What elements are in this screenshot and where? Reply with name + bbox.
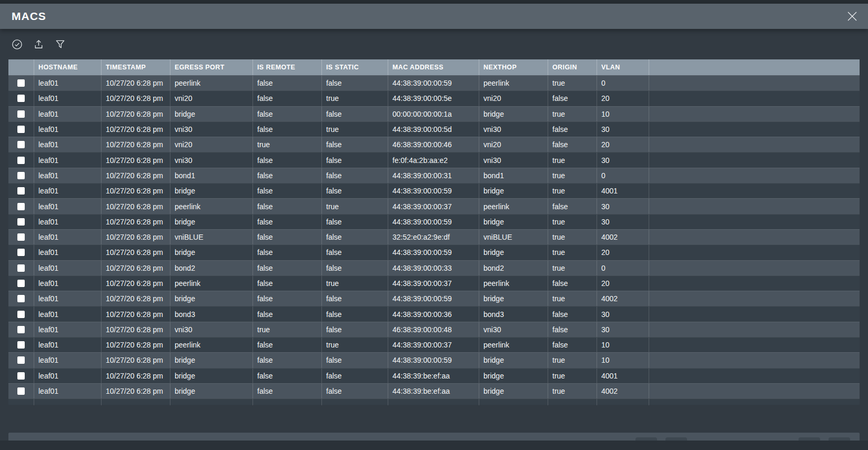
row-checkbox[interactable]	[17, 249, 25, 256]
table-row[interactable]: leaf01 10/27/20 6:28 pm vniBLUE false fa…	[8, 229, 860, 244]
cell-hostname: leaf01	[34, 122, 101, 137]
filter-button[interactable]	[52, 36, 68, 53]
table-row[interactable]: leaf01 10/27/20 6:28 pm bond3 false fals…	[8, 306, 860, 321]
cell-is-remote: false	[253, 384, 321, 398]
table-row[interactable]: leaf01 10/27/20 6:28 pm vni30 true false…	[8, 322, 860, 337]
row-checkbox[interactable]	[17, 141, 25, 148]
cell-timestamp: 10/27/20 6:28 pm	[101, 291, 170, 306]
row-checkbox[interactable]	[17, 387, 25, 395]
cell-nexthop: bond2	[479, 261, 548, 275]
cell-is-static: false	[321, 152, 388, 167]
table-row[interactable]: leaf01 10/27/20 6:28 pm bridge false fal…	[8, 368, 860, 383]
row-checkbox[interactable]	[17, 326, 25, 333]
row-checkbox-cell	[8, 261, 34, 275]
cell-hostname: leaf01	[34, 276, 101, 291]
cell-vlan: 20	[597, 276, 649, 291]
row-checkbox-cell	[8, 199, 34, 213]
column-header-is-remote[interactable]: IS REMOTE	[253, 59, 321, 75]
cell-vlan: 30	[597, 322, 649, 337]
row-checkbox[interactable]	[17, 264, 25, 272]
cell-hostname: leaf01	[34, 245, 101, 260]
column-header-vlan[interactable]: VLAN	[597, 59, 649, 75]
row-checkbox[interactable]	[17, 341, 25, 349]
row-checkbox[interactable]	[17, 203, 25, 210]
table-row[interactable]: leaf01 10/27/20 6:28 pm bond2 false fals…	[8, 260, 860, 275]
cell-filler	[649, 76, 860, 90]
cell-mac-address: 44:38:39:00:00:5e	[388, 91, 479, 106]
cell-nexthop: vni20	[479, 137, 548, 152]
table-row[interactable]: leaf01 10/27/20 6:28 pm peerlink false f…	[8, 75, 860, 90]
table-row[interactable]: leaf01 10/27/20 6:28 pm bridge false fal…	[8, 383, 860, 398]
cell-hostname: leaf01	[34, 214, 101, 229]
table-row[interactable]: leaf01 10/27/20 6:28 pm bridge false fal…	[8, 291, 860, 306]
row-checkbox-cell	[8, 291, 34, 306]
table-row[interactable]: leaf01 10/27/20 6:28 pm vni30 false fals…	[8, 152, 860, 167]
column-header-filler	[649, 59, 860, 75]
cell-is-remote: false	[253, 245, 321, 260]
column-header-timestamp[interactable]: TIMESTAMP	[101, 59, 170, 75]
table-row[interactable]: leaf01 10/27/20 6:28 pm peerlink false t…	[8, 337, 860, 352]
column-header-is-static[interactable]: IS STATIC	[321, 59, 388, 75]
table-row[interactable]: leaf01 10/27/20 6:28 pm bridge false fal…	[8, 183, 860, 198]
close-button[interactable]	[844, 8, 861, 25]
column-header-mac-address[interactable]: MAC ADDRESS	[388, 59, 479, 75]
cell-mac-address: 44:38:39:00:00:33	[388, 261, 479, 275]
cell-hostname: leaf01	[34, 91, 101, 106]
cell-egress-port: bridge	[170, 369, 253, 383]
table-row[interactable]: leaf01 10/27/20 6:28 pm bridge false fal…	[8, 214, 860, 229]
table-row[interactable]: leaf01 10/27/20 6:28 pm bond1 false fals…	[8, 168, 860, 183]
row-checkbox[interactable]	[17, 218, 25, 226]
column-header-hostname[interactable]: HOSTNAME	[34, 59, 101, 75]
row-checkbox[interactable]	[17, 233, 25, 241]
cell-vlan: 10	[597, 107, 649, 121]
row-checkbox[interactable]	[17, 311, 25, 318]
window-top-edge	[0, 0, 868, 4]
table-row[interactable]: leaf01 10/27/20 6:28 pm vni30 false true…	[8, 121, 860, 137]
cell-hostname: leaf01	[34, 152, 101, 167]
cell-filler	[649, 122, 860, 137]
row-checkbox[interactable]	[17, 172, 25, 179]
cell-origin: true	[548, 384, 597, 398]
cell-vlan: 30	[597, 122, 649, 137]
cell-mac-address: 44:38:39:00:00:59	[388, 76, 479, 90]
table-row[interactable]: leaf01 10/27/20 6:28 pm peerlink false t…	[8, 275, 860, 291]
cell-nexthop: bridge	[479, 369, 548, 383]
row-checkbox[interactable]	[17, 95, 25, 102]
cell-filler	[649, 291, 860, 306]
cell-timestamp: 10/27/20 6:28 pm	[101, 152, 170, 167]
cell-hostname: leaf01	[34, 306, 101, 321]
export-button[interactable]	[31, 36, 47, 53]
cell-filler	[649, 107, 860, 121]
row-checkbox[interactable]	[17, 157, 25, 164]
column-header-nexthop[interactable]: NEXTHOP	[479, 59, 548, 75]
select-rows-button[interactable]	[9, 36, 25, 53]
column-header-origin[interactable]: ORIGIN	[548, 59, 597, 75]
row-checkbox[interactable]	[17, 356, 25, 364]
column-header-egress-port[interactable]: EGRESS PORT	[170, 59, 253, 75]
table-row[interactable]: leaf01 10/27/20 6:28 pm vni20 true false…	[8, 137, 860, 152]
row-checkbox[interactable]	[17, 187, 25, 195]
cell-hostname: leaf01	[34, 261, 101, 275]
row-checkbox[interactable]	[17, 280, 25, 287]
cell-is-remote: false	[253, 122, 321, 137]
cell-filler	[649, 168, 860, 183]
cell-filler	[649, 152, 860, 167]
table-row[interactable]: leaf01 10/27/20 6:28 pm bridge false fal…	[8, 244, 860, 260]
cell-vlan: 4002	[597, 230, 649, 244]
cell-is-remote: false	[253, 168, 321, 183]
row-checkbox[interactable]	[17, 372, 25, 380]
cell-egress-port: peerlink	[170, 76, 253, 90]
row-checkbox[interactable]	[17, 79, 25, 87]
table-row[interactable]: leaf01 10/27/20 6:28 pm vni20 false true…	[8, 90, 860, 106]
cell-vlan: 30	[597, 199, 649, 213]
cell-vlan: 30	[597, 306, 649, 321]
cell-is-remote: false	[253, 291, 321, 306]
cell-egress-port: bridge	[170, 214, 253, 229]
row-checkbox[interactable]	[17, 126, 25, 133]
table-row[interactable]: leaf01 10/27/20 6:28 pm bridge false fal…	[8, 352, 860, 367]
row-checkbox[interactable]	[17, 295, 25, 302]
table-row[interactable]: leaf01 10/27/20 6:28 pm peerlink false t…	[8, 198, 860, 213]
row-checkbox[interactable]	[17, 110, 25, 118]
cell-timestamp: 10/27/20 6:28 pm	[101, 353, 170, 367]
table-row[interactable]: leaf01 10/27/20 6:28 pm bridge false fal…	[8, 106, 860, 121]
